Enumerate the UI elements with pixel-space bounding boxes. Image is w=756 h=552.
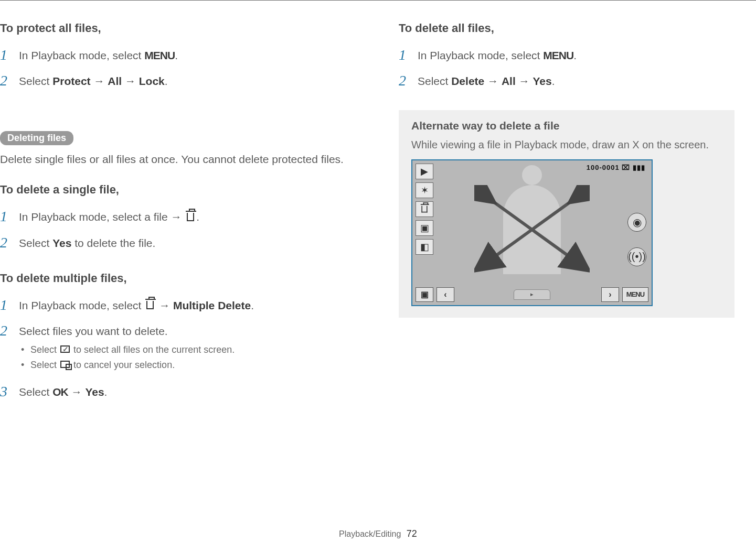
- heading-protect-all: To protect all files,: [0, 21, 357, 35]
- step-number: 1: [0, 48, 12, 62]
- text: to select all files on the current scree…: [71, 344, 235, 355]
- menu-button[interactable]: MENU: [622, 287, 648, 302]
- steps-protect-all: 1 In Playback mode, select MENU. 2 Selec…: [0, 48, 357, 89]
- playback-icon[interactable]: ▶: [416, 164, 433, 179]
- screenshot-sidebar: ▶ ✶ ▣ ◧: [416, 164, 433, 255]
- option-delete: Delete: [451, 75, 484, 87]
- screenshot-right-icons: ◉ ((•)): [627, 213, 646, 266]
- sub-bullet: Select to select all files on the curren…: [21, 343, 357, 356]
- step-number: 1: [0, 209, 12, 224]
- step-text: Select OK → Yes.: [19, 384, 357, 399]
- option-all: All: [502, 75, 516, 87]
- arrow-icon: →: [122, 75, 139, 87]
- text: In Playback mode, select a file →: [19, 211, 185, 223]
- page-footer: Playback/Editing 72: [0, 528, 756, 539]
- option-yes: Yes: [85, 386, 104, 398]
- text: Select: [30, 360, 59, 370]
- option-yes: Yes: [52, 237, 71, 249]
- heading-delete-all: To delete all files,: [399, 21, 734, 35]
- step-text: Select Protect → All → Lock.: [19, 73, 357, 89]
- option-yes: Yes: [533, 75, 551, 87]
- arrow-icon: →: [484, 75, 502, 87]
- step-text: Select Yes to delete the file.: [19, 235, 357, 251]
- text: .: [104, 386, 108, 398]
- text: .: [165, 75, 168, 87]
- text: Select: [418, 75, 451, 87]
- text: .: [251, 299, 254, 311]
- screenshot-bottom-bar: ▣ ‹ ▸ › MENU: [416, 287, 648, 302]
- info-box-alternate: Alternate way to delete a file While vie…: [399, 110, 734, 318]
- heading-delete-multiple: To delete multiple files,: [0, 272, 357, 285]
- camera-screenshot: ▶ ✶ ▣ ◧ 100-0001 ⌧ ▮▮▮ ◉ ((•)): [411, 159, 653, 306]
- text: .: [175, 49, 178, 61]
- page-content: To protect all files, 1 In Playback mode…: [0, 1, 756, 421]
- step-text: In Playback mode, select MENU.: [418, 48, 734, 63]
- wireless-icon[interactable]: ((•)): [627, 247, 646, 266]
- steps-delete-multiple: 1 In Playback mode, select → Multiple De…: [0, 298, 357, 400]
- smart-album-icon[interactable]: ✶: [416, 182, 433, 198]
- next-icon[interactable]: ›: [601, 287, 619, 302]
- step-number: 1: [0, 298, 12, 312]
- step-text: In Playback mode, select a file → .: [19, 209, 357, 224]
- arrow-icon: →: [516, 75, 533, 87]
- steps-delete-single: 1 In Playback mode, select a file → . 2 …: [0, 209, 357, 251]
- menu-icon: MENU: [144, 49, 175, 61]
- text: Select: [30, 344, 59, 355]
- slideshow-icon[interactable]: ▣: [416, 220, 433, 236]
- step-text: Select files you want to delete. Select …: [19, 323, 357, 374]
- right-column: To delete all files, 1 In Playback mode,…: [399, 21, 755, 421]
- play-icon[interactable]: ▸: [514, 289, 550, 300]
- step-text: In Playback mode, select → Multiple Dele…: [19, 298, 357, 313]
- option-lock: Lock: [139, 75, 165, 87]
- sub-bullets: Select to select all files on the curren…: [19, 343, 357, 372]
- voice-memo-icon[interactable]: ◧: [416, 239, 433, 255]
- trash-icon: [185, 212, 196, 222]
- step-number: 2: [0, 73, 12, 88]
- text: In Playback mode, select: [19, 49, 144, 61]
- prev-icon[interactable]: ‹: [436, 287, 454, 302]
- text: Select: [19, 75, 52, 87]
- menu-icon: MENU: [543, 49, 573, 61]
- text: In Playback mode, select: [418, 49, 543, 61]
- step-number: 2: [399, 73, 410, 88]
- step-text: Select Delete → All → Yes.: [418, 73, 734, 89]
- arrow-icon: →: [68, 386, 86, 398]
- option-multiple-delete: Multiple Delete: [173, 299, 251, 311]
- step-number: 3: [0, 384, 12, 399]
- text: Select files you want to delete.: [19, 325, 168, 337]
- text: Select: [19, 386, 52, 398]
- heading-delete-single: To delete a single file,: [0, 183, 357, 197]
- text: Select: [19, 237, 52, 249]
- trash-icon: [144, 300, 156, 310]
- cancel-selection-icon: [59, 359, 71, 370]
- battery-icon: ▮▮▮: [633, 164, 645, 171]
- step-number: 2: [0, 235, 12, 250]
- text: In Playback mode, select: [19, 299, 144, 311]
- option-protect: Protect: [52, 75, 90, 87]
- thumbnail-icon[interactable]: ▣: [416, 287, 433, 302]
- option-all: All: [108, 75, 122, 87]
- delete-x-gesture[interactable]: [474, 185, 590, 274]
- ok-icon: OK: [52, 386, 68, 398]
- arrow-icon: →: [156, 299, 173, 311]
- steps-delete-all: 1 In Playback mode, select MENU. 2 Selec…: [399, 48, 734, 89]
- file-counter: 100-0001 ⌧ ▮▮▮: [587, 164, 645, 171]
- trash-icon[interactable]: [416, 201, 433, 217]
- deleting-description: Delete single files or all files at once…: [0, 151, 357, 167]
- rotate-icon[interactable]: ◉: [627, 213, 646, 232]
- select-all-icon: [59, 344, 71, 354]
- step-text: In Playback mode, select MENU.: [19, 48, 357, 63]
- arrow-icon: →: [91, 75, 108, 87]
- section-name: Playback/Editing: [339, 529, 401, 538]
- text: .: [573, 49, 577, 61]
- sub-bullet: Select to cancel your selection.: [21, 359, 357, 372]
- text: .: [196, 211, 199, 223]
- page-number: 72: [407, 528, 417, 539]
- step-number: 1: [399, 48, 410, 62]
- text: to cancel your selection.: [71, 360, 175, 370]
- storage-icon: ⌧: [622, 164, 630, 171]
- text: .: [552, 75, 555, 87]
- step-number: 2: [0, 323, 12, 338]
- info-title: Alternate way to delete a file: [411, 120, 722, 132]
- section-pill-deleting: Deleting files: [0, 131, 73, 145]
